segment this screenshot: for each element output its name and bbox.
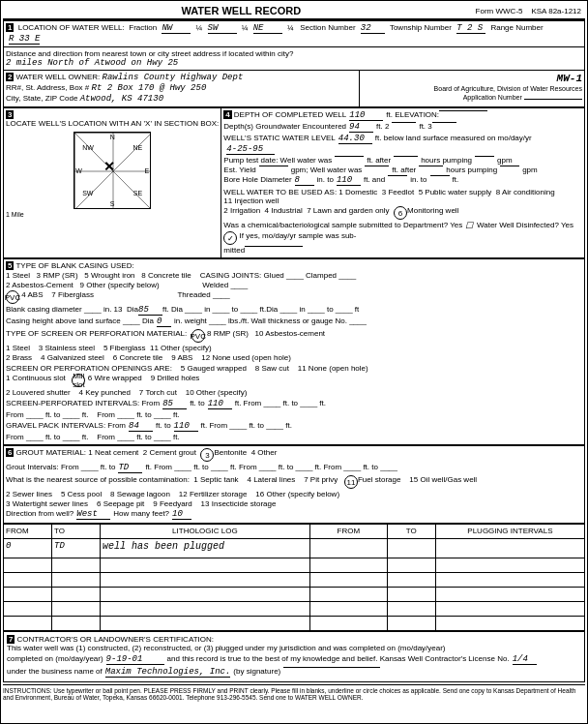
- app-num-value: [524, 99, 582, 100]
- compass-ne: NE: [132, 144, 142, 151]
- direction-label: Direction from well?: [6, 509, 74, 518]
- casing-height-label: Casing height above land surface ____ Di…: [6, 317, 154, 325]
- record-true-text: and this record is true to the best of m…: [167, 654, 510, 663]
- chem-yes: ☐: [465, 221, 473, 231]
- contamination-label: What is the nearest source of possible c…: [6, 475, 190, 484]
- township-label: Township Number: [390, 23, 452, 32]
- mill-slot-circle: Mill slot: [72, 374, 85, 387]
- litho-desc-1: well has been plugged: [103, 541, 224, 552]
- section6-table: 6 GROUT MATERIAL: 1 Neat cement 2 Cement…: [3, 445, 585, 524]
- gravel-pack-row2: From ____ ft. to ____ ft. From ____ ft. …: [6, 433, 582, 441]
- cont-slot-label: 1 Continuous slot: [6, 374, 72, 382]
- fraction1-value: NW: [162, 23, 191, 34]
- litho-to-1: TD: [54, 541, 65, 551]
- screen-openings-row: 1 Continuous slot Mill slot 6 Wire wrapp…: [6, 374, 582, 387]
- public-label: 5 Public water supply: [419, 188, 492, 196]
- screen-openings-header: SCREEN OR PERFORATION OPENINGS ARE: 5 Ga…: [6, 364, 582, 373]
- to-header2: TO: [406, 527, 417, 535]
- bentonite-label: Bentonite: [214, 448, 247, 457]
- how-many-feet-label: How many feet?: [113, 509, 169, 518]
- sewer-label: 2 Sewer lines 5 Cess pool 8 Sewage lagoo…: [6, 490, 339, 498]
- compass-w: W: [75, 167, 82, 174]
- page-header: WATER WELL RECORD Form WWC-5 KSA 82a-121…: [3, 3, 585, 20]
- lithologic-table: FROM TO LITHOLOGIC LOG FROM TO PLUGGING …: [3, 524, 585, 631]
- bore2-value: [388, 175, 407, 176]
- chemical-label: Was a chemical/bacteriological sample su…: [223, 221, 462, 229]
- section3-header: 3 LOCATE WELL'S LOCATION WITH AN 'X' IN …: [6, 110, 219, 128]
- casing-types-row2: 2 Asbestos-Cement 9 Other (specify below…: [6, 281, 582, 289]
- section3-title: LOCATE WELL'S LOCATION WITH AN 'X' IN SE…: [6, 119, 219, 128]
- lithologic-row-5: [4, 602, 585, 617]
- township-value: T 2 S: [456, 23, 485, 34]
- screen-perf-label2: From ____ ft. to ____ ft. From ____ ft. …: [6, 410, 180, 419]
- screen-from-label2: ft. From ____ ft. to ____ ft.: [235, 399, 326, 407]
- screen-perforated-row: SCREEN-PERFORATED INTERVALS: From 85 ft.…: [6, 399, 582, 409]
- screen-1-label: 1 Steel 3 Stainless steel 5 Fiberglass: [6, 344, 146, 352]
- ft-and-label: ft. and: [364, 175, 385, 184]
- svg-line-4: [113, 133, 150, 171]
- gravel-pack-row: GRAVEL PACK INTERVALS: From 84 ft. to 11…: [6, 421, 582, 432]
- screen-perforated-row2: From ____ ft. to ____ ft. From ____ ft. …: [6, 410, 582, 419]
- irrigation-label: 2 Irrigation: [223, 206, 260, 215]
- from-label: FROM: [6, 527, 29, 535]
- section4-header: 4 DEPTH OF COMPLETED WELL 110 ft. ELEVAT…: [223, 110, 582, 121]
- gpm-label3: gpm: [522, 166, 538, 174]
- gravel-to-label: ft. to: [156, 421, 171, 430]
- grout-from-label2: ft. From ____ ft. to ____ ft. From ____ …: [145, 463, 397, 471]
- gpm-label: gpm: [497, 156, 513, 165]
- ac-label: 8 Air conditioning: [496, 188, 555, 196]
- cement-grout-label: 2 Cement grout: [143, 448, 196, 457]
- ksa-text: KSA 82a-1212: [531, 7, 581, 15]
- bore-label: Bore Hole Diameter: [223, 175, 291, 184]
- chemical-row: Was a chemical/bacteriological sample su…: [223, 221, 582, 245]
- pump-test-value: [335, 156, 364, 157]
- well-use-row: WELL WATER TO BE USED AS: 1 Domestic 3 F…: [223, 188, 582, 205]
- form-title-text: WATER WELL RECORD: [181, 5, 301, 16]
- hours-pumping-label2: hours pumping: [446, 166, 497, 174]
- lithologic-log-label: LITHOLOGIC LOG: [172, 527, 238, 535]
- casing-types-row: 1 Steel 3 RMP (SR) 5 Wrought iron 8 Conc…: [6, 271, 582, 280]
- lithologic-header-to: TO: [54, 527, 98, 535]
- bore-in-label: in. to: [317, 175, 334, 184]
- compass-inner: N S E W NE NW SE SW ✕: [74, 133, 150, 208]
- litho-from-1: 0: [6, 541, 11, 551]
- static-date: 4-25-95: [226, 144, 275, 155]
- depth-value: 110: [349, 110, 383, 121]
- casing-types-row3: PVC 4 ABS 7 Fiberglass Threaded ____: [6, 290, 582, 304]
- date-completed-row: completed on (mo/day/year) 9-19-01 and t…: [7, 654, 581, 665]
- bore-value: 8: [295, 175, 314, 186]
- section5-header: 5 TYPE OF BLANK CASING USED:: [6, 261, 582, 270]
- compass-se: SE: [133, 190, 142, 196]
- section5-table: 5 TYPE OF BLANK CASING USED: 1 Steel 3 R…: [3, 258, 585, 445]
- range-label: Range Number: [490, 23, 543, 32]
- date-completed-value: 9-19-01: [106, 654, 164, 665]
- ft-after-label2: ft. after: [392, 166, 416, 174]
- city-value: Atwood, KS 47130: [80, 94, 163, 104]
- well-use-label: WELL WATER TO BE USED AS:: [223, 188, 337, 196]
- rr-value: Rt 2 Box 170 @ Hwy 250: [91, 83, 206, 93]
- depth-gw-value: 94: [349, 122, 373, 133]
- business-name-value: Maxim Technologies, Inc.: [105, 667, 231, 678]
- lithologic-row-1: 0 TD well has been plugged: [4, 539, 585, 558]
- gauze-label: 5 Gauged wrapped 8 Saw cut 11 None (open…: [181, 364, 368, 373]
- pvc-circle: PVC: [6, 290, 19, 304]
- bore2-ft-label: ft.: [453, 175, 459, 184]
- blank-dia-value: 85: [138, 305, 162, 316]
- mile-labels: 1 Mile: [6, 211, 219, 218]
- louvered-label: 2 Louvered shutter 4 Key punched 7 Torch…: [6, 388, 247, 397]
- section-3-4-table: 3 LOCATE WELL'S LOCATION WITH AN 'X' IN …: [3, 107, 585, 258]
- bentonite-circle: 3: [200, 448, 214, 462]
- other-label: 4 Other: [251, 448, 278, 457]
- section6-title: GROUT MATERIAL:: [15, 448, 86, 457]
- fuel-label: Fuel storage 15 Oil well/Gas well: [358, 475, 477, 484]
- bore2-in-label: in. to: [410, 175, 426, 184]
- compass-sw: SW: [82, 190, 93, 196]
- city-row: City, State, ZIP Code Atwood, KS 47130: [6, 94, 357, 104]
- distance-value: 10: [172, 509, 191, 520]
- frac-sep1: ¼: [196, 23, 203, 32]
- instructions-section: INSTRUCTIONS: Use typewriter or ball poi…: [3, 684, 585, 701]
- by-signature-label: (by signature): [233, 667, 280, 676]
- contractor-section: 7 CONTRACTOR'S OR LANDOWNER'S CERTIFICAT…: [3, 631, 585, 682]
- well-use-row2: 2 Irrigation 4 Industrial 7 Lawn and gar…: [223, 206, 582, 220]
- contamination-row: What is the nearest source of possible c…: [6, 475, 582, 489]
